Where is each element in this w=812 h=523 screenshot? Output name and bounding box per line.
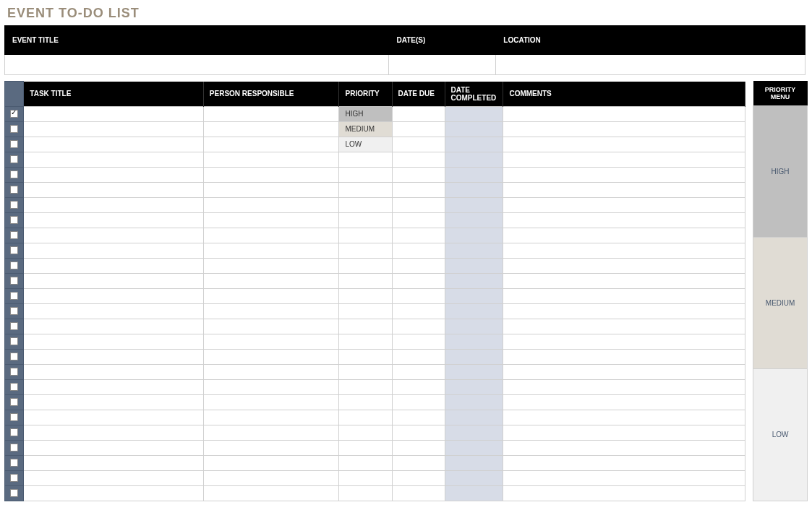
priority-cell[interactable] bbox=[339, 379, 392, 394]
comments-cell[interactable] bbox=[503, 334, 745, 349]
priority-cell[interactable] bbox=[339, 228, 392, 243]
person-cell[interactable] bbox=[203, 349, 339, 364]
checkbox-icon[interactable] bbox=[10, 459, 18, 467]
task-title-cell[interactable] bbox=[24, 197, 203, 212]
task-title-cell[interactable] bbox=[24, 182, 203, 197]
checkbox-icon[interactable] bbox=[10, 186, 18, 194]
date-completed-cell[interactable] bbox=[445, 288, 503, 303]
date-completed-cell[interactable] bbox=[445, 425, 503, 440]
comments-cell[interactable] bbox=[503, 258, 745, 273]
priority-cell[interactable] bbox=[339, 364, 392, 379]
date-completed-cell[interactable] bbox=[445, 455, 503, 470]
checkbox-icon[interactable] bbox=[10, 489, 18, 497]
comments-cell[interactable] bbox=[503, 425, 745, 440]
priority-cell[interactable] bbox=[339, 394, 392, 410]
date-due-cell[interactable] bbox=[392, 273, 445, 288]
checkbox-icon[interactable] bbox=[10, 337, 18, 345]
task-title-cell[interactable] bbox=[24, 137, 203, 152]
task-title-cell[interactable] bbox=[24, 273, 203, 288]
checkbox-icon[interactable] bbox=[10, 246, 18, 254]
row-checkbox-cell[interactable] bbox=[5, 182, 24, 197]
date-completed-cell[interactable] bbox=[445, 243, 503, 258]
comments-cell[interactable] bbox=[503, 212, 745, 228]
date-due-cell[interactable] bbox=[392, 258, 445, 273]
task-title-cell[interactable] bbox=[24, 303, 203, 319]
person-cell[interactable] bbox=[203, 197, 339, 212]
task-title-cell[interactable] bbox=[24, 319, 203, 334]
person-cell[interactable] bbox=[203, 410, 339, 425]
person-cell[interactable] bbox=[203, 394, 339, 410]
event-title-input[interactable] bbox=[5, 55, 389, 75]
row-checkbox-cell[interactable] bbox=[5, 121, 24, 137]
person-cell[interactable] bbox=[203, 258, 339, 273]
checkbox-icon[interactable] bbox=[10, 216, 18, 224]
comments-cell[interactable] bbox=[503, 470, 745, 485]
comments-cell[interactable] bbox=[503, 167, 745, 182]
date-due-cell[interactable] bbox=[392, 349, 445, 364]
row-checkbox-cell[interactable] bbox=[5, 152, 24, 167]
checkbox-icon[interactable] bbox=[10, 307, 18, 315]
date-due-cell[interactable] bbox=[392, 455, 445, 470]
comments-cell[interactable] bbox=[503, 319, 745, 334]
priority-cell[interactable] bbox=[339, 288, 392, 303]
date-completed-cell[interactable] bbox=[445, 258, 503, 273]
row-checkbox-cell[interactable] bbox=[5, 455, 24, 470]
date-due-cell[interactable] bbox=[392, 379, 445, 394]
comments-cell[interactable] bbox=[503, 410, 745, 425]
comments-cell[interactable] bbox=[503, 364, 745, 379]
row-checkbox-cell[interactable] bbox=[5, 167, 24, 182]
row-checkbox-cell[interactable] bbox=[5, 364, 24, 379]
task-title-cell[interactable] bbox=[24, 152, 203, 167]
date-completed-cell[interactable] bbox=[445, 303, 503, 319]
date-due-cell[interactable] bbox=[392, 288, 445, 303]
priority-cell[interactable] bbox=[339, 258, 392, 273]
priority-cell[interactable]: MEDIUM bbox=[339, 121, 392, 137]
priority-cell[interactable] bbox=[339, 455, 392, 470]
priority-cell[interactable] bbox=[339, 485, 392, 501]
date-due-cell[interactable] bbox=[392, 228, 445, 243]
date-completed-cell[interactable] bbox=[445, 167, 503, 182]
person-cell[interactable] bbox=[203, 379, 339, 394]
task-title-cell[interactable] bbox=[24, 455, 203, 470]
comments-cell[interactable] bbox=[503, 394, 745, 410]
date-due-cell[interactable] bbox=[392, 167, 445, 182]
checkbox-icon[interactable] bbox=[10, 170, 18, 178]
task-title-cell[interactable] bbox=[24, 106, 203, 121]
checkbox-icon[interactable] bbox=[10, 155, 18, 163]
person-cell[interactable] bbox=[203, 137, 339, 152]
comments-cell[interactable] bbox=[503, 455, 745, 470]
person-cell[interactable] bbox=[203, 152, 339, 167]
row-checkbox-cell[interactable] bbox=[5, 288, 24, 303]
priority-menu-option[interactable]: HIGH bbox=[753, 105, 808, 237]
date-due-cell[interactable] bbox=[392, 303, 445, 319]
task-title-cell[interactable] bbox=[24, 228, 203, 243]
date-due-cell[interactable] bbox=[392, 121, 445, 137]
priority-cell[interactable] bbox=[339, 425, 392, 440]
comments-cell[interactable] bbox=[503, 106, 745, 121]
row-checkbox-cell[interactable] bbox=[5, 440, 24, 455]
checkbox-icon[interactable] bbox=[10, 368, 18, 376]
priority-menu-option[interactable]: MEDIUM bbox=[753, 237, 808, 368]
person-cell[interactable] bbox=[203, 288, 339, 303]
priority-cell[interactable] bbox=[339, 243, 392, 258]
priority-menu-option[interactable]: LOW bbox=[753, 369, 808, 501]
task-title-cell[interactable] bbox=[24, 349, 203, 364]
task-title-cell[interactable] bbox=[24, 440, 203, 455]
person-cell[interactable] bbox=[203, 243, 339, 258]
row-checkbox-cell[interactable] bbox=[5, 394, 24, 410]
task-title-cell[interactable] bbox=[24, 121, 203, 137]
task-title-cell[interactable] bbox=[24, 425, 203, 440]
checkbox-icon[interactable] bbox=[10, 444, 18, 451]
dates-input[interactable] bbox=[389, 55, 496, 75]
person-cell[interactable] bbox=[203, 334, 339, 349]
date-due-cell[interactable] bbox=[392, 106, 445, 121]
checkbox-icon[interactable] bbox=[10, 125, 18, 133]
person-cell[interactable] bbox=[203, 319, 339, 334]
date-due-cell[interactable] bbox=[392, 243, 445, 258]
person-cell[interactable] bbox=[203, 425, 339, 440]
priority-cell[interactable]: HIGH bbox=[339, 106, 392, 121]
date-due-cell[interactable] bbox=[392, 137, 445, 152]
checkbox-icon[interactable] bbox=[10, 277, 18, 285]
row-checkbox-cell[interactable] bbox=[5, 228, 24, 243]
priority-cell[interactable] bbox=[339, 349, 392, 364]
